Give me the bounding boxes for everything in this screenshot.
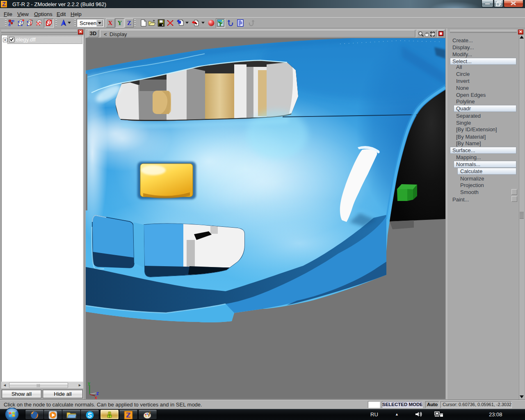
- svg-text:x: x: [95, 396, 97, 399]
- svg-text:y: y: [88, 381, 90, 386]
